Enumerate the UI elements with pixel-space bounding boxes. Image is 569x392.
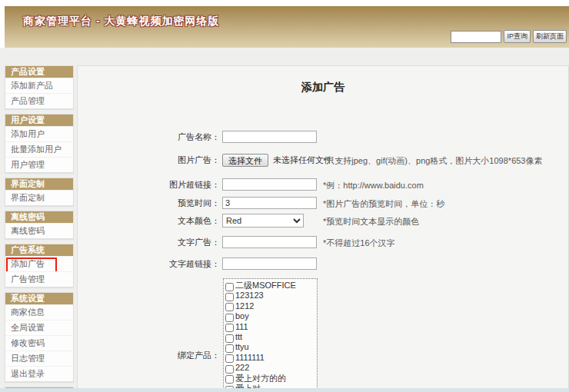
text-color-select[interactable]: Red (222, 214, 304, 228)
choose-file-button[interactable]: 选择文件 (222, 154, 268, 167)
product-label: 111 (235, 322, 248, 331)
product-label: 1111111 (235, 353, 265, 362)
product-option[interactable]: 1111111 (225, 353, 317, 363)
ad-name-input[interactable] (222, 131, 317, 143)
header-bar: 商家管理平台 - 大黄蜂视频加密网络版 IP查询 刷新页面 (5, 6, 569, 48)
sidebar-group: 用户设置添加用户批量添加用户用户管理 (5, 114, 74, 173)
product-checkbox[interactable] (225, 354, 234, 363)
form-row-ad-name: 广告名称： (77, 130, 569, 144)
product-option[interactable]: ttt (225, 332, 317, 342)
product-checkbox[interactable] (225, 283, 234, 291)
app-title: 商家管理平台 - 大黄蜂视频加密网络版 (23, 15, 219, 28)
text-link-label: 文字超链接： (77, 258, 220, 270)
form-row-text-color: 文本颜色： Red *预览时间文本显示的颜色 (77, 214, 569, 228)
image-link-note: *例：http://www.baidu.com (323, 180, 424, 191)
product-label: ttyu (235, 342, 249, 351)
sidebar-item-user-manage[interactable]: 用户管理 (5, 157, 73, 172)
product-option[interactable]: 二级MSOFFICE (225, 281, 317, 291)
form-row-text-link: 文字超链接： (77, 257, 569, 271)
sidebar-item-add-product[interactable]: 添加新产品 (5, 78, 73, 93)
ip-query-button[interactable]: IP查询 (504, 30, 531, 43)
sidebar-item-global-settings[interactable]: 全局设置 (5, 320, 73, 335)
sidebar-group-header: 界面定制 (5, 178, 73, 190)
sidebar: 产品设置添加新产品产品管理用户设置添加用户批量添加用户用户管理界面定制界面定制离… (5, 65, 74, 392)
image-ad-note: *只支持jpeg、gif(动画)、png格式，图片大小1098*653像素 (323, 155, 542, 167)
text-color-note: *预览时间文本显示的颜色 (323, 216, 419, 228)
product-checkbox[interactable] (225, 303, 234, 311)
product-label: 爱上对方的的 (235, 374, 286, 383)
text-ad-note: *不得超过16个汉字 (323, 238, 395, 249)
text-ad-label: 文字广告： (77, 237, 220, 248)
sidebar-group: 离线密码离线密码 (5, 211, 74, 239)
sidebar-group-header: 离线密码 (5, 211, 73, 223)
text-color-label: 文本颜色： (77, 215, 220, 227)
product-checkbox[interactable] (225, 334, 234, 343)
sidebar-group: 广告系统添加广告广告管理 (5, 244, 74, 287)
product-checkbox[interactable] (225, 365, 234, 374)
sidebar-group: 界面定制界面定制 (5, 178, 74, 206)
product-checkbox[interactable] (225, 293, 234, 301)
refresh-page-button[interactable]: 刷新页面 (533, 30, 567, 43)
header-search-area: IP查询 刷新页面 (451, 30, 567, 43)
product-label: 1212 (235, 301, 254, 311)
product-label: boy (235, 311, 249, 321)
ad-name-label: 广告名称： (77, 131, 220, 143)
sidebar-group: 系统设置商家信息全局设置修改密码日志管理退出登录 (5, 292, 74, 382)
ip-search-input[interactable] (451, 31, 501, 43)
text-link-input[interactable] (222, 257, 317, 270)
product-label: 222 (235, 363, 249, 372)
preview-time-note: *图片广告的预览时间，单位：秒 (323, 198, 444, 210)
sidebar-item-change-password[interactable]: 修改密码 (5, 335, 73, 350)
product-option[interactable]: boy (225, 311, 317, 321)
form-row-text-ad: 文字广告： *不得超过16个汉字 (77, 235, 569, 249)
text-ad-input[interactable] (222, 236, 317, 248)
product-option[interactable]: 222 (225, 363, 317, 373)
page-title: 添加广告 (77, 81, 569, 95)
sidebar-item-add-user[interactable]: 添加用户 (5, 126, 73, 141)
product-option[interactable]: 爱上对方的的 (225, 374, 317, 384)
image-ad-label: 图片广告： (77, 154, 220, 166)
bind-products-label: 绑定产品： (77, 350, 220, 361)
sidebar-item-batch-add-user[interactable]: 批量添加用户 (5, 141, 73, 157)
bottom-strip (0, 388, 569, 392)
product-label: ttt (235, 332, 242, 341)
product-option[interactable]: 111 (225, 322, 317, 332)
product-checkbox[interactable] (225, 344, 234, 353)
product-label: 二级MSOFFICE (235, 281, 296, 290)
product-checkbox[interactable] (225, 375, 234, 384)
sidebar-item-ui-custom[interactable]: 界面定制 (5, 190, 73, 205)
sidebar-item-logout[interactable]: 退出登录 (5, 366, 73, 381)
product-label: 123123 (235, 291, 264, 300)
sidebar-item-product-manage[interactable]: 产品管理 (5, 93, 73, 108)
sidebar-group-header: 产品设置 (5, 66, 73, 78)
sidebar-group-header: 用户设置 (5, 115, 73, 126)
sidebar-groups: 产品设置添加新产品产品管理用户设置添加用户批量添加用户用户管理界面定制界面定制离… (5, 65, 74, 382)
product-checkbox[interactable] (225, 324, 234, 332)
form-row-preview-time: 预览时间： *图片广告的预览时间，单位：秒 (77, 196, 569, 210)
product-listbox[interactable]: 二级MSOFFICE1231231212boy111tttttyu1111111… (223, 278, 318, 392)
sidebar-group-header: 系统设置 (5, 293, 73, 304)
sidebar-item-ad-manage[interactable]: 广告管理 (5, 271, 73, 287)
form-row-image-link: 图片超链接： *例：http://www.baidu.com (77, 178, 569, 191)
sidebar-item-add-ad[interactable]: 添加广告 (5, 256, 73, 271)
sidebar-item-log-manage[interactable]: 日志管理 (5, 350, 73, 366)
product-option[interactable]: 123123 (225, 291, 317, 301)
sidebar-item-offline-password[interactable]: 离线密码 (5, 223, 73, 238)
product-option[interactable]: 1212 (225, 301, 317, 311)
preview-time-label: 预览时间： (77, 198, 220, 209)
image-link-label: 图片超链接： (77, 179, 220, 191)
preview-time-input[interactable] (222, 197, 317, 209)
image-link-input[interactable] (222, 178, 317, 191)
sidebar-item-merchant-info[interactable]: 商家信息 (5, 304, 73, 320)
product-checkbox[interactable] (225, 314, 234, 322)
form-row-image-ad: 图片广告： 选择文件 未选择任何文件 *只支持jpeg、gif(动画)、png格… (77, 153, 569, 167)
sidebar-group-header: 广告系统 (5, 244, 73, 256)
sidebar-group: 产品设置添加新产品产品管理 (5, 65, 74, 109)
product-option[interactable]: ttyu (225, 342, 317, 352)
